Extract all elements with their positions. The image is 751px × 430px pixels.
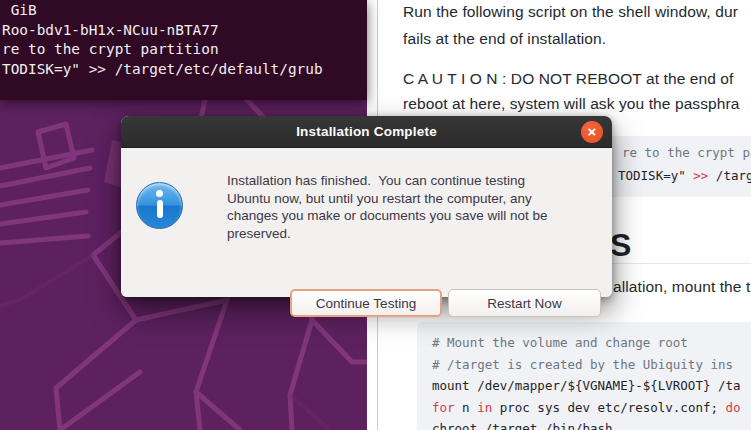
dialog-message: Installation has finished. You can conti… xyxy=(227,172,547,242)
code-text: proc sys dev etc/resolv.conf; xyxy=(492,400,725,415)
code-line: for n in proc sys dev etc/resolv.conf; d… xyxy=(432,397,751,419)
info-icon-dot xyxy=(156,190,163,197)
dialog-message-line: preserved. xyxy=(227,225,547,243)
terminal-line: Roo-bdv1-bH1x-NCuu-nBTA77 xyxy=(2,21,367,41)
restart-now-button[interactable]: Restart Now xyxy=(448,289,601,317)
info-icon-bar xyxy=(157,200,163,218)
doc-paragraph-line: allation, mount the ta xyxy=(613,277,751,296)
doc-paragraph-line: Run the following script on the shell wi… xyxy=(403,2,738,21)
doc-paragraph-line: fails at the end of installation. xyxy=(403,29,606,48)
code-block-chroot: # Mount the volume and change root # /ta… xyxy=(417,322,751,430)
terminal-line: TODISK=y" >> /target/etc/default/grub xyxy=(2,60,367,80)
code-text: /targ xyxy=(708,168,751,183)
code-line: # Mount the volume and change root xyxy=(432,332,751,354)
close-icon[interactable]: × xyxy=(581,121,603,143)
continue-testing-button[interactable]: Continue Testing xyxy=(290,289,442,317)
terminal-line: re to the crypt partition xyxy=(2,40,367,60)
info-icon xyxy=(136,182,183,229)
code-line: chroot /target /bin/bash xyxy=(432,418,751,430)
code-line: # /target is created by the Ubiquity ins xyxy=(432,354,751,376)
code-line: re to the crypt pa xyxy=(622,145,751,160)
screen: Run the following script on the shell wi… xyxy=(0,0,751,430)
doc-caution-line: reboot at here, system will ask you the … xyxy=(403,94,740,113)
section-heading-fragment: S xyxy=(610,229,631,261)
terminal-window[interactable]: GiB Roo-bdv1-bH1x-NCuu-nBTA77 re to the … xyxy=(0,0,367,100)
code-line: mount /dev/mapper/${VGNAME}-${LVROOT} /t… xyxy=(432,375,751,397)
dialog-message-line: changes you make or documents you save w… xyxy=(227,207,547,225)
dialog-body: Installation has finished. You can conti… xyxy=(121,148,612,297)
installation-complete-dialog: Installation Complete × Installation has… xyxy=(121,116,612,297)
code-keyword: do xyxy=(726,400,741,415)
dialog-titlebar[interactable]: Installation Complete × xyxy=(121,116,612,148)
code-keyword: in xyxy=(477,400,492,415)
code-text: n xyxy=(455,400,478,415)
code-text: TODISK=y" xyxy=(618,168,693,183)
dialog-message-line: Installation has finished. You can conti… xyxy=(227,172,547,190)
code-line: TODISK=y" >> /targ xyxy=(618,168,751,183)
code-operator: >> xyxy=(693,168,708,183)
terminal-line: GiB xyxy=(2,1,367,21)
doc-caution-line: C A U T I O N : DO NOT REBOOT at the end… xyxy=(403,69,734,88)
dialog-title: Installation Complete xyxy=(121,116,612,148)
dialog-message-line: Ubuntu now, but until you restart the co… xyxy=(227,190,547,208)
code-keyword: for xyxy=(432,400,455,415)
